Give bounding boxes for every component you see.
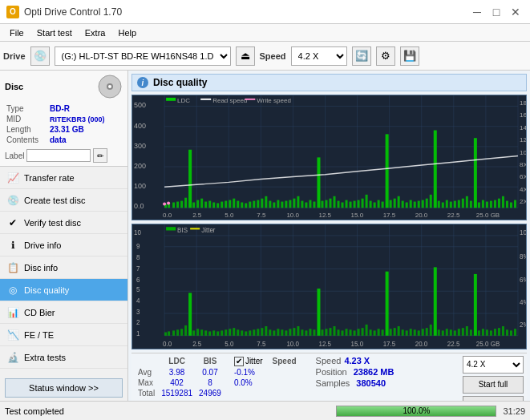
- maximize-button[interactable]: □: [488, 4, 504, 20]
- eject-button[interactable]: ⏏: [236, 46, 255, 66]
- svg-rect-166: [176, 329, 179, 335]
- svg-rect-164: [168, 331, 170, 335]
- svg-rect-88: [430, 195, 432, 208]
- svg-rect-228: [426, 328, 428, 336]
- svg-rect-187: [261, 328, 263, 336]
- avg-row: Avg 3.98 0.07 -0.1%: [135, 367, 300, 378]
- svg-point-2: [108, 85, 111, 88]
- close-button[interactable]: ✕: [508, 4, 524, 20]
- sidebar-item-verify-test-disc[interactable]: ✔ Verify test disc: [0, 212, 127, 234]
- bottom-chart: 10 9 8 7 6 5 4 3 2 1 10% 8% 6% 4% 2%: [131, 224, 527, 349]
- menu-help[interactable]: Help: [111, 26, 143, 39]
- svg-rect-90: [438, 201, 440, 208]
- drive-select[interactable]: (G:) HL-DT-ST BD-RE WH16NS48 1.D3: [55, 46, 231, 66]
- svg-rect-45: [257, 200, 259, 208]
- svg-rect-171: [196, 329, 199, 336]
- cd-bier-label: CD Bier: [24, 308, 55, 317]
- svg-text:22.5: 22.5: [447, 340, 460, 347]
- svg-rect-194: [289, 329, 291, 336]
- svg-text:100: 100: [134, 182, 146, 190]
- svg-rect-40: [237, 201, 239, 208]
- svg-text:0.0: 0.0: [134, 202, 144, 210]
- svg-text:8X: 8X: [520, 161, 526, 168]
- svg-rect-105: [498, 199, 500, 208]
- sidebar-item-cd-bier[interactable]: 📊 CD Bier: [0, 301, 127, 324]
- length-value: 23.31 GB: [50, 125, 121, 134]
- svg-rect-186: [257, 329, 259, 336]
- sidebar-item-disc-quality[interactable]: ◎ Disc quality: [0, 279, 127, 301]
- svg-rect-204: [330, 328, 332, 336]
- label-edit-button[interactable]: ✏: [93, 148, 107, 163]
- jitter-checkbox[interactable]: ✔: [234, 357, 244, 366]
- svg-rect-248: [506, 329, 508, 335]
- speed-row: Speed 4.23 X: [316, 356, 394, 365]
- start-full-button[interactable]: Start full: [463, 376, 524, 394]
- refresh-button[interactable]: 🔄: [352, 46, 371, 66]
- svg-rect-50: [277, 200, 279, 208]
- svg-rect-79: [394, 199, 396, 208]
- total-label: Total: [135, 388, 158, 398]
- status-time: 31:29: [503, 406, 525, 416]
- svg-rect-63: [330, 199, 332, 208]
- drive-icon-btn[interactable]: 💿: [30, 46, 50, 66]
- fe-te-label: FE / TE: [24, 330, 54, 340]
- position-row: Position 23862 MB: [316, 367, 394, 377]
- svg-text:Jitter: Jitter: [201, 226, 216, 233]
- speed-select[interactable]: 4.2 X: [291, 46, 347, 66]
- status-window-button[interactable]: Status window >>: [5, 378, 123, 398]
- menu-start-test[interactable]: Start test: [30, 26, 79, 39]
- svg-rect-189: [269, 329, 271, 335]
- save-button[interactable]: 💾: [400, 46, 419, 66]
- verify-test-disc-icon: ✔: [6, 216, 19, 229]
- svg-rect-235: [454, 330, 456, 335]
- menu-extra[interactable]: Extra: [79, 26, 112, 39]
- action-buttons: 4.2 X Start full Start part: [463, 356, 524, 401]
- svg-rect-184: [249, 330, 251, 335]
- svg-rect-209: [350, 329, 352, 335]
- svg-rect-225: [414, 329, 416, 335]
- svg-rect-53: [289, 200, 291, 208]
- minimize-button[interactable]: ─: [469, 4, 485, 20]
- sidebar-item-disc-info[interactable]: 📋 Disc info: [0, 256, 127, 279]
- svg-rect-75: [378, 200, 380, 208]
- svg-rect-76: [382, 202, 384, 208]
- disc-panel: Disc Type BD-R MID RITEKBR3 (000) Length: [0, 71, 127, 167]
- svg-rect-107: [506, 201, 508, 208]
- samples-row: Samples 380540: [316, 378, 394, 388]
- label-input[interactable]: [26, 149, 91, 162]
- settings-button[interactable]: ⚙: [376, 46, 395, 66]
- svg-rect-180: [233, 328, 235, 336]
- svg-text:4X: 4X: [520, 186, 526, 193]
- svg-point-110: [163, 203, 166, 206]
- svg-rect-67: [346, 200, 348, 208]
- svg-point-111: [167, 202, 170, 205]
- stats-area: LDC BIS ✔ Jitter Speed: [131, 353, 527, 401]
- col-ldc-header: LDC: [158, 356, 196, 367]
- svg-text:12.5: 12.5: [318, 212, 331, 219]
- title-bar: O Opti Drive Control 1.70 ─ □ ✕: [0, 0, 530, 24]
- svg-rect-221: [398, 326, 400, 336]
- svg-rect-36: [220, 202, 223, 208]
- create-test-disc-icon: 💿: [6, 194, 19, 207]
- speed-dropdown-select[interactable]: 4.2 X: [463, 356, 524, 374]
- svg-rect-108: [510, 203, 512, 208]
- sidebar-item-drive-info[interactable]: ℹ Drive info: [0, 234, 127, 256]
- svg-text:18X: 18X: [520, 99, 526, 107]
- svg-rect-62: [325, 200, 327, 208]
- toolbar: Drive 💿 (G:) HL-DT-ST BD-RE WH16NS48 1.D…: [0, 42, 530, 71]
- sidebar-item-fe-te[interactable]: 📉 FE / TE: [0, 324, 127, 346]
- samples-label: Samples: [316, 378, 350, 388]
- svg-rect-234: [450, 329, 452, 335]
- svg-rect-56: [301, 201, 303, 208]
- svg-text:12.5: 12.5: [318, 340, 331, 347]
- start-part-button[interactable]: Start part: [463, 396, 524, 401]
- menu-file[interactable]: File: [3, 26, 30, 39]
- sidebar-item-create-test-disc[interactable]: 💿 Create test disc: [0, 189, 127, 212]
- disc-info-table: Type BD-R MID RITEKBR3 (000) Length 23.3…: [5, 103, 123, 146]
- svg-rect-49: [273, 203, 275, 208]
- svg-rect-277: [166, 227, 176, 230]
- svg-rect-214: [370, 329, 372, 335]
- sidebar-item-transfer-rate[interactable]: 📈 Transfer rate: [0, 167, 127, 189]
- sidebar-item-extra-tests[interactable]: 🔬 Extra tests: [0, 346, 127, 369]
- status-bar: Test completed 100.0% 31:29: [0, 401, 530, 420]
